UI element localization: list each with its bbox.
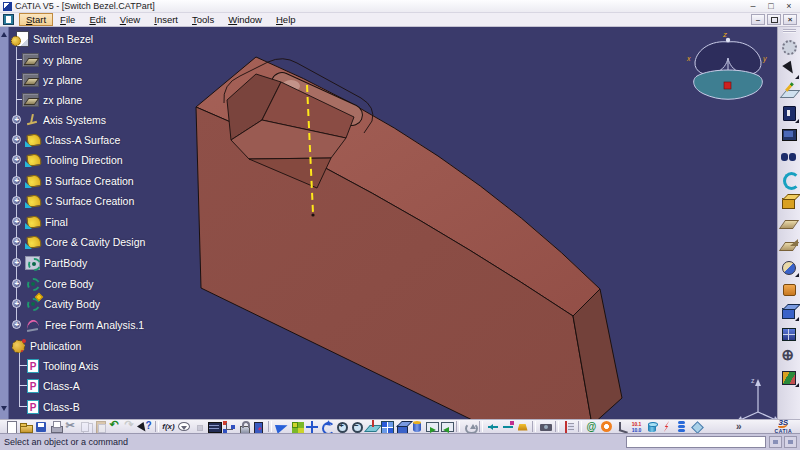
swap-visible-space-icon[interactable] [440,420,454,434]
pan-icon[interactable] [305,420,319,434]
expand-plus-icon[interactable] [12,155,21,164]
fit-all-in-icon[interactable] [290,420,304,434]
viewport-3d[interactable]: z x y z x y [0,27,800,419]
copy-icon[interactable] [79,420,93,434]
child-restore-button[interactable] [767,14,781,25]
web-browser-icon[interactable] [600,420,614,434]
surface-fold-icon[interactable] [780,236,799,255]
measure-item-icon[interactable] [501,420,515,434]
blue-box-icon[interactable] [780,302,799,321]
fly-mode-icon[interactable] [275,420,289,434]
gear-tool-icon[interactable] [780,38,799,57]
menu-window[interactable]: Window [221,13,269,26]
small-tool-icon[interactable] [192,420,206,434]
yellow-box-icon[interactable] [780,192,799,211]
menu-insert[interactable]: Insert [147,13,185,26]
menu-help[interactable]: Help [269,13,303,26]
tree-item-tooling-axis[interactable]: Tooling Axis [10,357,98,374]
power-input-button-1[interactable] [769,436,782,448]
maximize-button[interactable]: □ [762,0,780,12]
new-document-icon[interactable] [4,420,18,434]
tree-item-b-surface-creation[interactable]: B Surface Creation [10,172,134,189]
database-icon[interactable] [645,420,659,434]
child-close-button[interactable]: × [783,14,797,25]
pad-views-icon[interactable] [780,104,799,123]
tree-item-c-surface-creation[interactable]: C Surface Creation [10,192,134,209]
close-button[interactable]: × [780,0,798,12]
tree-item-tooling-direction[interactable]: Tooling Direction [10,151,123,168]
expand-plus-icon[interactable] [12,176,21,185]
child-minimize-button[interactable]: – [751,14,765,25]
orange-pad-icon[interactable] [780,280,799,299]
rotate-icon[interactable] [320,420,334,434]
catalog-browser-icon[interactable] [585,420,599,434]
expand-plus-icon[interactable] [12,258,21,267]
cut-icon[interactable] [64,420,78,434]
tree-item-class-b[interactable]: Class-B [10,398,80,415]
binoculars-search-icon[interactable] [780,148,799,167]
measure-between-icon[interactable] [486,420,500,434]
shading-mode-icon[interactable] [410,420,424,434]
expand-plus-icon[interactable] [12,135,21,144]
isometric-view-icon[interactable] [395,420,409,434]
tree-item-class-a-surface[interactable]: Class-A Surface [10,131,120,148]
tree-item-yz-plane[interactable]: yz plane [10,71,82,88]
select-arrow-icon[interactable] [780,60,799,79]
stacked-items-icon[interactable] [675,420,689,434]
expand-plus-icon[interactable] [12,279,21,288]
normal-view-icon[interactable] [365,420,379,434]
sketcher-icon[interactable] [780,82,799,101]
monitor-view-icon[interactable] [780,126,799,145]
c-clamp-icon[interactable] [780,170,799,189]
menu-tools[interactable]: Tools [185,13,221,26]
scroll-down-icon[interactable] [1,406,7,414]
lock-icon[interactable] [237,420,251,434]
zoom-out-icon[interactable] [350,420,364,434]
tree-item-xy-plane[interactable]: xy plane [10,51,82,68]
tree-item-class-a[interactable]: Class-A [10,377,80,394]
knowledge-flash-icon[interactable] [660,420,674,434]
model-switch-bezel[interactable] [196,57,622,419]
expand-plus-icon[interactable] [12,320,21,329]
expand-plus-icon[interactable] [12,115,21,124]
redo-icon[interactable] [124,420,138,434]
compass[interactable]: z x y [686,30,767,99]
print-icon[interactable] [49,420,63,434]
paste-icon[interactable] [94,420,108,434]
knowledge-comment-icon[interactable] [177,420,191,434]
zoom-in-icon[interactable] [335,420,349,434]
menu-start[interactable]: Start [19,13,53,26]
design-table-icon[interactable] [207,420,221,434]
tree-item-free-form-analysis[interactable]: Free Form Analysis.1 [10,316,144,333]
expand-plus-icon[interactable] [12,196,21,205]
axis-system-tool-icon[interactable] [615,420,629,434]
grid-cube-icon[interactable] [780,324,799,343]
tolerance-values-icon[interactable]: 10.110.0 [630,420,644,434]
tree-item-publication[interactable]: Publication [10,337,81,354]
rotate-screen-icon[interactable] [463,420,477,434]
powercopy-diamond-icon[interactable] [690,420,704,434]
knowledge-expert-icon[interactable] [252,420,266,434]
expand-plus-icon[interactable] [12,299,21,308]
toolbar-overflow-icon[interactable] [734,420,746,434]
tree-item-final[interactable]: Final [10,213,68,230]
tree-item-partbody[interactable]: PartBody [10,254,87,271]
tooling-axis-endpoint[interactable] [311,213,314,216]
swept-surface-icon[interactable] [780,214,799,233]
multi-color-cube-icon[interactable] [780,368,799,387]
tree-item-zx-plane[interactable]: zx plane [10,91,82,108]
hemisphere-split-icon[interactable] [780,258,799,277]
toolbar-grip[interactable] [783,29,796,33]
knowledge-structure-icon[interactable] [222,420,236,434]
tree-item-axis-systems[interactable]: Axis Systems [10,111,106,128]
save-icon[interactable] [34,420,48,434]
document-system-menu-icon[interactable] [3,14,14,25]
power-input[interactable] [626,436,766,448]
depth-effect-icon[interactable] [562,420,576,434]
hide-show-icon[interactable] [425,420,439,434]
tree-item-switch-bezel[interactable]: Switch Bezel [10,30,93,47]
expand-plus-icon[interactable] [12,217,21,226]
minimize-button[interactable]: – [744,0,762,12]
menu-view[interactable]: View [113,13,147,26]
target-sphere-icon[interactable] [780,346,799,365]
